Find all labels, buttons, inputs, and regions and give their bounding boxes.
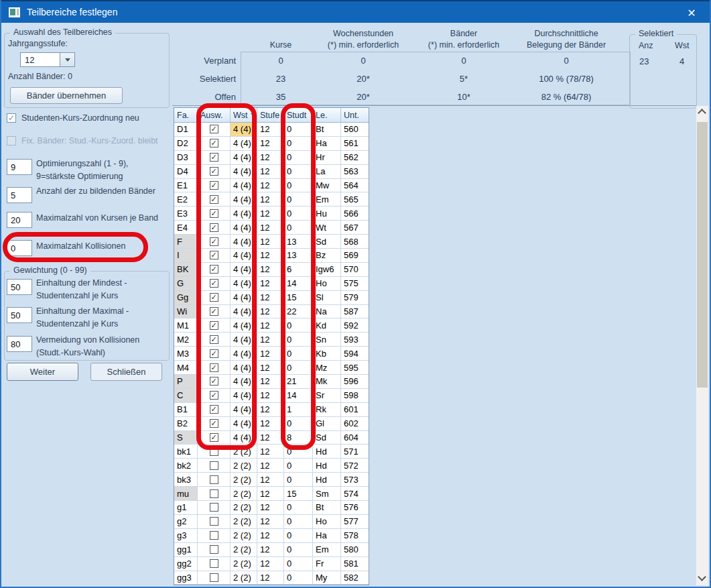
row-select-checkbox[interactable] (210, 559, 218, 568)
row-select-checkbox[interactable] (210, 545, 218, 554)
wst-cell: 4 (4) (231, 389, 257, 402)
row-select-checkbox[interactable]: ✓ (210, 363, 218, 372)
teacher-cell: Mw (313, 179, 341, 192)
stufe-cell: 12 (257, 361, 284, 374)
row-select-checkbox[interactable] (210, 531, 218, 540)
checkbox-cell: ✓ (198, 277, 231, 290)
table-row: bk12 (2)120Hd571 (174, 445, 369, 459)
row-select-checkbox[interactable]: ✓ (210, 293, 218, 302)
row-select-checkbox[interactable]: ✓ (210, 167, 218, 176)
schliessen-button[interactable]: Schließen (90, 363, 162, 381)
table-row: D1✓4 (4)120Bt560 (174, 123, 369, 137)
grade-value[interactable]: 12 (20, 52, 60, 67)
grade-dropdown-button[interactable] (60, 52, 75, 67)
new-assignment-checkbox[interactable]: ✓ Studenten-Kurs-Zuordnung neu (7, 113, 139, 123)
row-select-checkbox[interactable]: ✓ (210, 251, 218, 259)
row-select-checkbox[interactable]: ✓ (210, 125, 218, 133)
checkbox-icon[interactable]: ✓ (7, 113, 16, 123)
unt-cell: 563 (341, 165, 369, 178)
scrollbar-thumb[interactable] (697, 122, 708, 388)
row-select-checkbox[interactable]: ✓ (210, 349, 218, 358)
summary-value: 82 % (64/78) (503, 92, 630, 102)
max-collisions-input[interactable]: 0 (7, 240, 32, 256)
stufe-cell: 12 (257, 431, 284, 445)
wst-cell: 2 (2) (231, 529, 257, 542)
unt-cell: 587 (341, 305, 369, 318)
subject-cell: D2 (174, 137, 198, 150)
grade-combobox[interactable]: 12 (20, 52, 75, 67)
row-select-checkbox[interactable]: ✓ (210, 265, 218, 274)
table-row: gg32 (2)120My582 (174, 571, 369, 585)
checkbox-cell: ✓ (198, 165, 231, 178)
row-select-checkbox[interactable]: ✓ (210, 307, 218, 316)
col-header-stufe[interactable]: Stufe (257, 108, 284, 122)
row-select-checkbox[interactable] (210, 475, 218, 484)
apply-bands-button[interactable]: Bänder übernehmen (10, 87, 123, 104)
row-select-checkbox[interactable] (210, 517, 218, 526)
row-select-checkbox[interactable]: ✓ (210, 223, 218, 232)
subject-cell: F (174, 235, 198, 248)
row-select-checkbox[interactable]: ✓ (210, 377, 218, 386)
row-select-checkbox[interactable]: ✓ (210, 181, 218, 190)
teacher-cell: Gl (313, 417, 341, 430)
col-header-studt[interactable]: Studt (284, 108, 313, 122)
row-select-checkbox[interactable]: ✓ (210, 335, 218, 344)
row-select-checkbox[interactable]: ✓ (210, 433, 218, 442)
row-select-checkbox[interactable]: ✓ (210, 139, 218, 148)
stufe-cell: 12 (257, 291, 284, 304)
col-header-le[interactable]: Le. (313, 108, 341, 122)
studt-cell: 13 (284, 235, 313, 248)
row-select-checkbox[interactable]: ✓ (210, 237, 218, 246)
col-header-unt[interactable]: Unt. (341, 108, 369, 122)
close-icon[interactable]: ✕ (680, 4, 703, 21)
studt-cell: 0 (284, 347, 313, 360)
row-select-checkbox[interactable]: ✓ (210, 405, 218, 414)
checkbox-cell (198, 557, 231, 571)
teacher-cell: Sr (313, 389, 341, 402)
row-select-checkbox[interactable] (210, 447, 218, 456)
subject-cell: gg2 (174, 557, 198, 571)
row-select-checkbox[interactable]: ✓ (210, 279, 218, 288)
row-select-checkbox[interactable] (210, 461, 218, 470)
row-select-checkbox[interactable]: ✓ (210, 321, 218, 330)
table-row: C✓4 (4)1214Sr598 (174, 389, 369, 403)
title-bar: Teilbereiche festlegen ✕ (1, 0, 710, 23)
row-select-checkbox[interactable]: ✓ (210, 391, 218, 400)
row-select-checkbox[interactable] (210, 489, 218, 498)
min-students-weight-input[interactable]: 50 (7, 279, 32, 295)
row-select-checkbox[interactable] (210, 573, 218, 582)
scroll-up-icon[interactable] (698, 109, 706, 117)
scroll-down-icon[interactable] (698, 573, 706, 581)
stufe-cell: 12 (257, 165, 284, 178)
checkbox-icon (7, 136, 16, 145)
col-header-wst[interactable]: Wst (231, 108, 257, 122)
col-header-ausw[interactable]: Ausw. (198, 108, 231, 122)
teacher-cell: Sm (313, 487, 341, 500)
table-header-row: Fa. Ausw. Wst Stufe Studt Le. Unt. (174, 108, 369, 123)
checkbox-cell: ✓ (198, 179, 231, 192)
collision-avoidance-weight-input[interactable]: 80 (7, 336, 32, 352)
max-students-weight-input[interactable]: 50 (7, 307, 32, 323)
table-row: E1✓4 (4)120Mw564 (174, 179, 369, 193)
stufe-cell: 12 (257, 318, 284, 332)
subject-cell: bk3 (174, 473, 198, 486)
fixed-bands-checkbox: Fix. Bänder: Stud.-Kurs-Zuord. bleibt (7, 136, 158, 145)
band-count-input[interactable]: 5 (7, 187, 32, 203)
col-header-fa[interactable]: Fa. (174, 108, 198, 122)
checkbox-cell (198, 529, 231, 542)
optimization-number-input[interactable]: 9 (7, 159, 32, 175)
row-select-checkbox[interactable]: ✓ (210, 195, 218, 204)
row-select-checkbox[interactable]: ✓ (210, 419, 218, 428)
table-row: G✓4 (4)1214Ho575 (174, 277, 369, 291)
vertical-scrollbar[interactable] (696, 106, 708, 585)
selected-group-title: Selektiert (635, 29, 677, 38)
max-courses-input[interactable]: 20 (7, 212, 32, 228)
studt-cell: 0 (284, 529, 313, 542)
row-select-checkbox[interactable]: ✓ (210, 153, 218, 162)
max-students-weight-label: Einhaltung der Maximal -Studentenzahl je… (36, 305, 129, 331)
row-select-checkbox[interactable] (210, 503, 218, 512)
teacher-cell: Kb (313, 347, 341, 360)
weiter-button[interactable]: Weiter (7, 363, 78, 381)
row-select-checkbox[interactable]: ✓ (210, 209, 218, 218)
unt-cell: 566 (341, 207, 369, 220)
